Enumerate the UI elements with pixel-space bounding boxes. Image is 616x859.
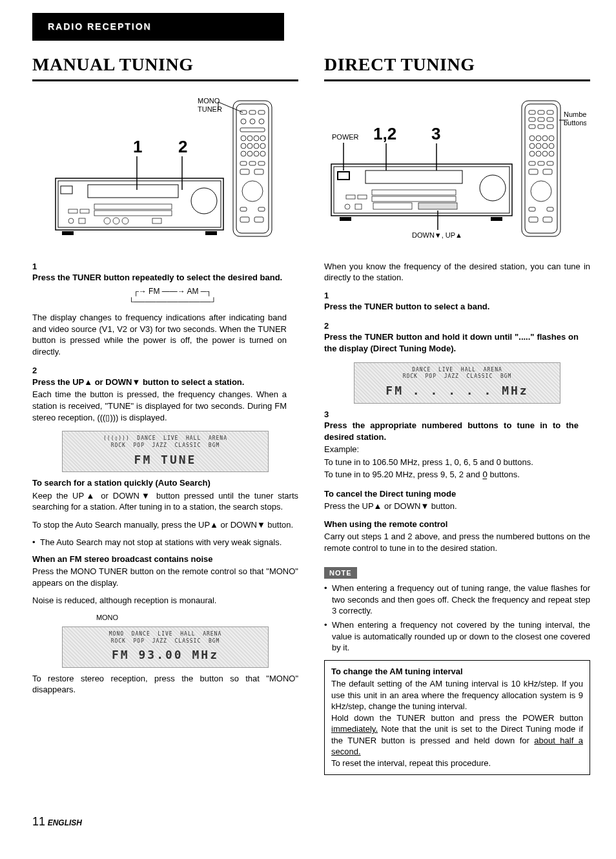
svg-rect-87 [529, 217, 538, 222]
display-direct: DANCE LIVE HALL ARENA ROCK POP JAZZ CLAS… [354, 362, 560, 404]
svg-text:POWER: POWER [332, 133, 359, 141]
fig-direct: Numbered buttons POWER 1 [324, 94, 590, 243]
footer: 11 ENGLISH [32, 814, 590, 829]
svg-rect-95 [365, 171, 462, 183]
step1-title: Press the TUNER button repeatedly to sel… [32, 273, 282, 282]
footer-lang: ENGLISH [48, 818, 82, 827]
svg-rect-102 [355, 204, 362, 209]
title-direct: DIRECT TUNING [324, 52, 590, 81]
step1-num: 1 [32, 261, 43, 273]
auto-search-p1: Keep the UP▲ or DOWN▼ button pressed unt… [32, 490, 298, 513]
svg-point-5 [241, 119, 246, 124]
svg-text:Numbered: Numbered [564, 110, 586, 118]
svg-rect-81 [547, 161, 553, 165]
box-p3: To reset the interval, repeat this proce… [331, 758, 491, 768]
note-b1: When entering a frequency out of tuning … [332, 583, 590, 617]
svg-point-76 [536, 151, 541, 156]
svg-rect-3 [249, 110, 256, 114]
svg-rect-41 [80, 209, 89, 213]
fig-manual: MONO TUNER 1 [32, 94, 298, 243]
col-direct: DIRECT TUNING [324, 52, 590, 775]
svg-rect-45 [79, 218, 85, 223]
svg-point-14 [247, 143, 252, 149]
auto-search-b1: The Auto Search may not stop at stations… [40, 537, 298, 548]
step2-num: 2 [32, 365, 43, 377]
step1-text: The display changes to frequency indicat… [32, 312, 287, 357]
cancel-h: To cancel the Direct tuning mode [324, 488, 590, 500]
svg-point-71 [529, 143, 535, 149]
am-interval-box: To change the AM tuning interval The def… [324, 660, 590, 775]
mono-arrow-label: MONO [0, 613, 298, 623]
r-step2-title: Press the TUNER button and hold it down … [324, 332, 579, 353]
svg-rect-64 [529, 125, 535, 129]
svg-text:3: 3 [431, 124, 440, 143]
cancel-t: Press the UP▲ or DOWN▼ button. [324, 501, 590, 512]
svg-point-96 [480, 175, 506, 201]
r-step1-title: Press the TUNER button to select a band. [324, 302, 489, 311]
title-manual: MANUAL TUNING [32, 52, 298, 81]
svg-text:MONO: MONO [198, 97, 220, 105]
svg-point-10 [247, 136, 252, 141]
svg-text:1: 1 [133, 137, 142, 156]
display-tune: (((▯))) DANCE LIVE HALL ARENA ROCK POP J… [62, 431, 269, 472]
auto-search-h: To search for a station quickly (Auto Se… [32, 477, 298, 489]
svg-rect-86 [547, 207, 553, 211]
svg-text:2: 2 [178, 137, 187, 156]
svg-point-70 [549, 136, 554, 141]
noise-p2: Noise is reduced, although reception is … [32, 595, 298, 606]
svg-rect-29 [240, 217, 249, 222]
svg-point-39 [191, 188, 217, 214]
svg-rect-37 [61, 186, 72, 194]
svg-point-19 [254, 151, 259, 156]
r-step1-num: 1 [324, 290, 334, 302]
svg-point-20 [260, 151, 265, 156]
noise-h: When an FM stereo broadcast contains noi… [32, 554, 298, 565]
svg-point-13 [241, 143, 246, 149]
svg-point-18 [247, 151, 252, 156]
svg-point-69 [542, 136, 548, 141]
col-manual: MANUAL TUNING [32, 52, 298, 775]
svg-point-7 [259, 119, 264, 124]
auto-search-p2: To stop the Auto Search manually, press … [32, 519, 298, 531]
svg-point-78 [549, 151, 554, 156]
svg-rect-23 [258, 161, 265, 165]
svg-rect-97 [346, 195, 355, 199]
svg-rect-22 [249, 161, 256, 165]
remote-t: Carry out steps 1 and 2 above, and press… [324, 531, 590, 554]
svg-rect-25 [254, 169, 263, 174]
box-p2a: Hold down the TUNER button and press the… [331, 713, 583, 723]
svg-point-47 [113, 218, 119, 224]
svg-rect-60 [547, 110, 553, 114]
step2-text: Each time the button is pressed, the fre… [32, 389, 287, 423]
note-b2: When entering a frequency not covered by… [332, 619, 590, 654]
svg-rect-59 [538, 110, 544, 114]
note-tag: NOTE [324, 567, 357, 579]
svg-point-74 [549, 143, 554, 149]
svg-rect-28 [258, 207, 265, 211]
svg-rect-94 [338, 172, 349, 180]
section-header: RADIO RECEPTION [32, 13, 284, 41]
box-h: To change the AM tuning interval [331, 666, 583, 678]
svg-point-15 [254, 143, 259, 149]
svg-rect-38 [88, 185, 178, 198]
svg-text:buttons: buttons [564, 119, 586, 127]
svg-point-9 [241, 136, 246, 141]
svg-rect-100 [372, 196, 456, 202]
svg-rect-85 [529, 207, 535, 211]
noise-p1: Press the MONO TUNER button on the remot… [32, 566, 298, 588]
r-step3-l1: To tune in to 106.50 MHz, press 1, 0, 6,… [324, 457, 579, 468]
svg-rect-103 [373, 203, 412, 209]
svg-rect-58 [529, 110, 535, 114]
svg-point-11 [254, 136, 259, 141]
svg-point-68 [536, 136, 541, 141]
svg-rect-65 [538, 125, 544, 129]
restore-text: To restore stereo reception, press the b… [32, 673, 298, 696]
svg-point-17 [241, 151, 246, 156]
remote-h: When using the remote control [324, 519, 590, 530]
svg-point-84 [531, 181, 551, 202]
direct-intro: When you know the frequency of the desir… [324, 261, 590, 284]
step2-title: Press the UP▲ or DOWN▼ button to select … [32, 377, 244, 387]
svg-rect-24 [240, 169, 249, 174]
svg-point-77 [542, 151, 548, 156]
svg-rect-57 [525, 104, 557, 233]
